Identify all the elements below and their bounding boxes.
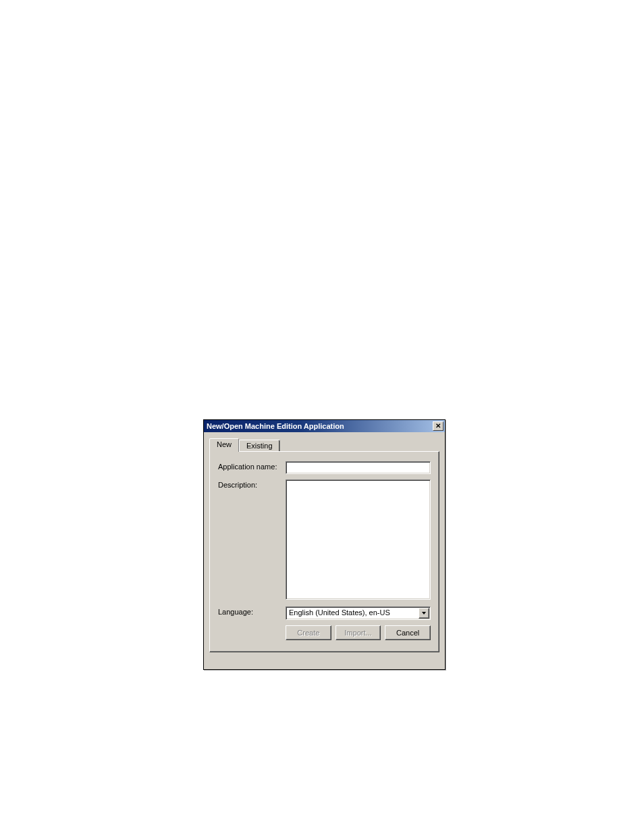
- tabpanel-new: Application name: Description: Language:…: [209, 451, 439, 652]
- close-icon: ✕: [435, 423, 441, 429]
- row-application-name: Application name:: [218, 461, 431, 474]
- language-select-button[interactable]: [419, 608, 429, 619]
- import-button[interactable]: Import...: [336, 625, 381, 640]
- description-label: Description:: [218, 479, 286, 489]
- close-button[interactable]: ✕: [433, 421, 444, 431]
- dialog-body: New Existing Application name: Descripti…: [204, 432, 445, 658]
- application-name-label: Application name:: [218, 461, 286, 471]
- application-name-input[interactable]: [286, 461, 431, 474]
- tab-label: New: [217, 440, 232, 448]
- row-language: Language: English (United States), en-US: [218, 606, 431, 620]
- titlebar-title: New/Open Machine Edition Application: [207, 422, 344, 430]
- create-button[interactable]: Create: [286, 625, 331, 640]
- tab-label: Existing: [246, 442, 273, 450]
- language-select[interactable]: English (United States), en-US: [286, 606, 431, 620]
- tabstrip: New Existing: [209, 438, 439, 451]
- row-description: Description:: [218, 479, 431, 600]
- button-row: Create Import... Cancel: [218, 625, 431, 640]
- titlebar[interactable]: New/Open Machine Edition Application ✕: [204, 420, 445, 432]
- description-textarea[interactable]: [286, 479, 431, 600]
- chevron-down-icon: [422, 612, 426, 615]
- tab-existing[interactable]: Existing: [239, 440, 280, 451]
- new-open-application-dialog: New/Open Machine Edition Application ✕ N…: [203, 419, 446, 670]
- tab-new[interactable]: New: [209, 438, 239, 452]
- cancel-button[interactable]: Cancel: [385, 625, 431, 640]
- language-select-value: English (United States), en-US: [286, 607, 418, 619]
- language-label: Language:: [218, 606, 286, 616]
